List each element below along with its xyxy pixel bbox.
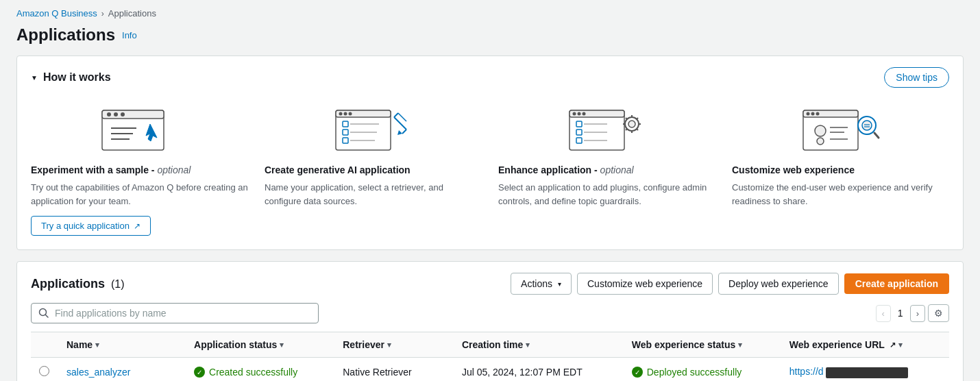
svg-point-3 <box>114 112 118 116</box>
svg-point-54 <box>817 138 824 145</box>
svg-rect-30 <box>576 121 582 127</box>
svg-rect-14 <box>343 121 348 127</box>
svg-point-51 <box>815 125 826 136</box>
external-link-icon: ↗ <box>134 221 140 231</box>
row-name-cell: sales_analyzer <box>58 358 186 382</box>
page-number: 1 <box>894 308 907 319</box>
row-checkbox-cell[interactable] <box>31 358 58 382</box>
svg-line-43 <box>636 128 638 130</box>
svg-point-28 <box>577 112 580 115</box>
step-1-title: Experiment with a sample - optional <box>31 164 248 175</box>
svg-point-2 <box>107 112 111 116</box>
how-it-works-label: How it works <box>43 71 111 84</box>
web-status-sort-icon[interactable]: ▾ <box>738 341 742 349</box>
th-web-url[interactable]: Web experience URL ↗ ▾ <box>781 332 949 358</box>
step-1-desc: Try out the capabilities of Amazon Q bef… <box>31 181 248 208</box>
th-creation-time[interactable]: Creation time ▾ <box>454 332 624 358</box>
step-4-card: Customize web experience Customize the e… <box>732 101 949 236</box>
web-status-badge: Deployed successfully <box>632 367 773 378</box>
svg-rect-18 <box>343 138 348 143</box>
step-4-illustration <box>732 101 949 156</box>
th-web-status[interactable]: Web experience status ▾ <box>624 332 781 358</box>
step-2-desc: Name your application, select a retrieve… <box>265 181 482 208</box>
svg-point-50 <box>816 112 819 115</box>
row-status-cell: Created successfully <box>186 358 334 382</box>
search-input-wrap[interactable] <box>31 303 319 323</box>
search-input[interactable] <box>55 308 311 319</box>
breadcrumb-parent-link[interactable]: Amazon Q Business <box>16 8 97 19</box>
row-radio[interactable] <box>39 366 49 376</box>
svg-point-29 <box>582 112 585 115</box>
pagination-row: ‹ 1 › ⚙ <box>876 304 949 322</box>
svg-point-37 <box>628 121 635 127</box>
step-1-card: Experiment with a sample - optional Try … <box>31 101 248 236</box>
svg-point-27 <box>572 112 576 115</box>
th-retriever[interactable]: Retriever ▾ <box>334 332 454 358</box>
how-it-works-panel: ▼ How it works Show tips <box>16 56 964 250</box>
th-status[interactable]: Application status ▾ <box>186 332 334 358</box>
next-page-button[interactable]: › <box>910 305 925 322</box>
svg-point-11 <box>339 112 342 115</box>
step-3-title: Enhance application - optional <box>498 164 715 175</box>
breadcrumb-current: Applications <box>108 8 156 19</box>
actions-button[interactable]: Actions ▾ <box>511 273 572 295</box>
step-3-illustration <box>498 101 715 156</box>
svg-line-23 <box>398 113 406 121</box>
web-status-success-icon <box>632 367 643 378</box>
try-quick-app-button[interactable]: Try a quick application ↗ <box>31 216 151 236</box>
customize-web-button[interactable]: Customize web experience <box>577 273 713 295</box>
table-settings-button[interactable]: ⚙ <box>928 304 949 322</box>
prev-page-button[interactable]: ‹ <box>876 305 891 322</box>
svg-point-12 <box>343 112 347 115</box>
th-name[interactable]: Name ▾ <box>58 332 186 358</box>
svg-rect-1 <box>102 110 164 119</box>
svg-line-60 <box>874 133 879 138</box>
svg-rect-16 <box>343 130 348 135</box>
retriever-sort-icon[interactable]: ▾ <box>387 341 391 349</box>
create-application-button[interactable]: Create application <box>844 273 949 294</box>
svg-point-13 <box>348 112 352 115</box>
step-3-card: Enhance application - optional Select an… <box>498 101 715 236</box>
breadcrumb-separator: › <box>101 9 104 19</box>
applications-title: Applications (1) <box>31 277 125 291</box>
app-name-link[interactable]: sales_analyzer <box>66 367 130 378</box>
svg-line-62 <box>46 315 49 318</box>
applications-section: Applications (1) Actions ▾ Customize web… <box>16 261 964 381</box>
collapse-icon[interactable]: ▼ <box>31 74 38 82</box>
info-link[interactable]: Info <box>122 30 137 40</box>
step-3-desc: Select an application to add plugins, co… <box>498 181 715 208</box>
redacted-url-box <box>826 367 908 378</box>
search-icon <box>38 308 49 319</box>
svg-line-44 <box>636 118 638 120</box>
step-1-illustration <box>31 101 248 156</box>
deploy-web-button[interactable]: Deploy web experience <box>718 273 839 295</box>
web-url-link[interactable]: https://d <box>789 366 909 377</box>
table-row: sales_analyzer Created successfully Nati… <box>31 358 949 382</box>
svg-rect-32 <box>576 130 582 135</box>
svg-marker-24 <box>397 130 402 135</box>
svg-rect-34 <box>576 138 582 143</box>
row-web-url-cell: https://d <box>781 358 949 382</box>
name-sort-icon[interactable]: ▾ <box>95 341 99 349</box>
web-url-external-icon: ↗ <box>890 341 896 349</box>
steps-grid: Experiment with a sample - optional Try … <box>31 101 949 236</box>
page-title: Applications <box>16 25 115 45</box>
show-tips-button[interactable]: Show tips <box>884 67 949 88</box>
creation-sort-icon[interactable]: ▾ <box>526 341 530 349</box>
applications-actions: Actions ▾ Customize web experience Deplo… <box>511 273 949 295</box>
how-it-works-header: ▼ How it works Show tips <box>31 67 949 88</box>
svg-line-42 <box>626 118 628 120</box>
svg-point-4 <box>121 112 125 116</box>
applications-header: Applications (1) Actions ▾ Customize web… <box>31 273 949 295</box>
svg-line-45 <box>626 128 628 130</box>
status-sort-icon[interactable]: ▾ <box>280 341 284 349</box>
step-4-title: Customize web experience <box>732 164 949 175</box>
page-title-row: Applications Info <box>16 25 964 45</box>
svg-point-57 <box>862 121 872 130</box>
status-success-icon <box>194 367 205 378</box>
search-bar-row: ‹ 1 › ⚙ <box>31 303 949 323</box>
how-it-works-title: ▼ How it works <box>31 71 111 84</box>
row-web-status-cell: Deployed successfully <box>624 358 781 382</box>
web-url-sort-icon[interactable]: ▾ <box>898 341 903 349</box>
th-checkbox <box>31 332 58 358</box>
